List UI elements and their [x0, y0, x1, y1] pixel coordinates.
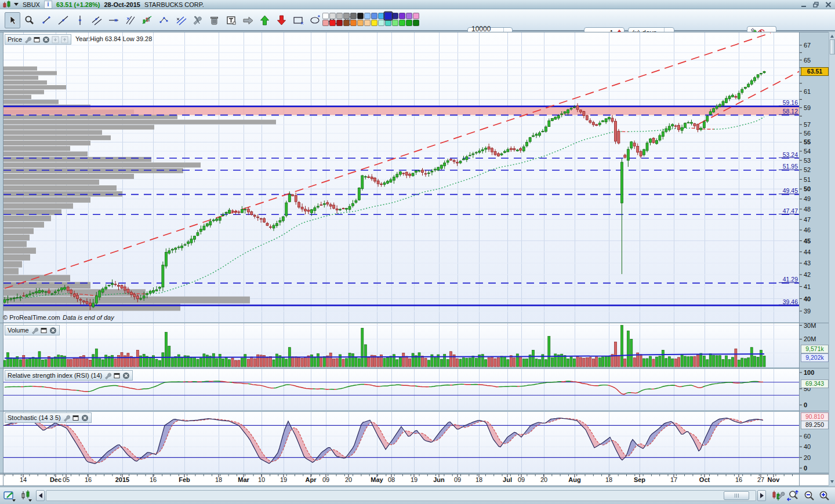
rsi-panel-label: Relative strength index (RSI) (14)	[8, 372, 102, 379]
svg-text:67: 67	[804, 42, 811, 49]
volume-window-icon[interactable]	[40, 327, 48, 334]
svg-text:51.95: 51.95	[783, 163, 798, 170]
price-panel-label: Price	[8, 36, 22, 43]
svg-text:65: 65	[804, 57, 811, 64]
volume-panel-header: Volume	[5, 325, 60, 335]
svg-text:20: 20	[540, 476, 547, 483]
horizontal-scrollbar[interactable]	[46, 490, 756, 501]
svg-text:Feb: Feb	[179, 476, 190, 483]
export-chart-icon[interactable]	[3, 489, 17, 503]
price-settings-wrench-icon[interactable]	[24, 36, 31, 43]
svg-text:41.29: 41.29	[783, 276, 798, 283]
instrument-list-icon[interactable]	[20, 489, 34, 503]
stochastic-close-icon[interactable]	[81, 414, 89, 422]
volume-close-icon[interactable]	[49, 327, 57, 334]
stochastic-settings-wrench-icon[interactable]	[63, 414, 70, 422]
svg-text:18: 18	[475, 476, 482, 483]
svg-text:May: May	[371, 476, 383, 483]
rsi-axis[interactable]: 100500	[799, 369, 814, 408]
svg-text:19: 19	[411, 476, 418, 483]
price-move-down-icon[interactable]	[52, 36, 59, 43]
svg-text:54: 54	[804, 148, 811, 155]
svg-text:51: 51	[804, 176, 811, 183]
stochastic-panel-header: Stochastic (14 3 5)	[5, 412, 92, 423]
volume-average-box: 9,202k	[801, 353, 829, 362]
svg-text:Mar: Mar	[238, 476, 249, 483]
rsi-settings-wrench-icon[interactable]	[104, 372, 111, 379]
svg-text:55: 55	[804, 138, 811, 145]
scroll-right-button[interactable]	[757, 490, 766, 501]
scroll-down-icon[interactable]	[830, 480, 834, 483]
svg-text:09: 09	[454, 476, 461, 483]
svg-text:57: 57	[804, 121, 811, 128]
zoom-out-icon[interactable]	[803, 489, 816, 503]
vertical-scrollbar[interactable]	[829, 32, 835, 485]
svg-text:05: 05	[63, 476, 70, 483]
display-settings-icon[interactable]	[771, 489, 785, 503]
rsi-panel-header: Relative strength index (RSI) (14)	[5, 370, 133, 381]
chart-canvas[interactable]: 59.1658.1253.2451.9549.4547.4741.2939.46…	[0, 0, 835, 504]
svg-text:16: 16	[85, 476, 92, 483]
svg-text:10: 10	[258, 476, 265, 483]
svg-text:40: 40	[804, 443, 811, 450]
price-close-icon[interactable]	[42, 36, 50, 43]
svg-text:56: 56	[804, 130, 811, 137]
svg-text:39.46: 39.46	[783, 298, 798, 305]
svg-text:0: 0	[804, 401, 807, 408]
last-price-axis-box: 63.51	[801, 67, 829, 76]
zoom-in-icon[interactable]	[818, 489, 832, 503]
volume-axis[interactable]: 30M20M	[799, 322, 816, 343]
time-axis[interactable]: 14Dec0516201516Feb18Mar1019Apr0920May081…	[0, 474, 829, 486]
svg-text:59.16: 59.16	[783, 99, 798, 106]
svg-text:Aug: Aug	[568, 476, 580, 483]
stochastic-d-box: 90.810	[801, 412, 829, 421]
svg-text:Nov: Nov	[768, 476, 780, 483]
volume-current-box: 9,571k	[801, 345, 829, 353]
volume-settings-wrench-icon[interactable]	[31, 327, 38, 334]
svg-text:20: 20	[804, 454, 811, 461]
svg-text:40: 40	[804, 295, 811, 302]
data-note-label: Data is end of day	[63, 314, 114, 321]
zoom-fit-icon[interactable]	[786, 489, 800, 503]
svg-text:41: 41	[804, 283, 811, 290]
color-swatch-0-9[interactable]	[384, 12, 393, 20]
svg-text:16: 16	[735, 476, 742, 483]
svg-text:52: 52	[804, 166, 811, 173]
stochastic-window-icon[interactable]	[72, 414, 79, 422]
svg-text:27: 27	[757, 476, 764, 483]
svg-text:60: 60	[804, 433, 811, 440]
svg-text:20M: 20M	[804, 335, 816, 342]
svg-text:Apr: Apr	[306, 476, 317, 483]
svg-text:18: 18	[215, 476, 222, 483]
price-window-icon[interactable]	[33, 36, 41, 43]
price-move-up-icon[interactable]	[61, 36, 68, 43]
svg-text:39: 39	[804, 308, 811, 315]
svg-text:45: 45	[804, 238, 811, 244]
svg-text:09: 09	[518, 476, 525, 483]
svg-text:Jul: Jul	[503, 476, 512, 483]
vertical-scroll-thumb[interactable]	[830, 39, 835, 54]
stochastic-axis[interactable]: 6040200	[799, 433, 811, 472]
svg-text:20: 20	[345, 476, 352, 483]
svg-text:58.12: 58.12	[783, 108, 798, 115]
svg-text:Sep: Sep	[634, 476, 645, 483]
svg-text:0: 0	[804, 465, 807, 472]
scroll-left-button[interactable]	[36, 490, 45, 501]
rsi-value-box: 69.343	[801, 379, 829, 388]
svg-text:47.47: 47.47	[783, 207, 798, 214]
rsi-close-icon[interactable]	[122, 372, 130, 379]
svg-text:19: 19	[280, 476, 287, 483]
svg-text:47: 47	[804, 216, 811, 223]
rsi-window-icon[interactable]	[113, 372, 121, 379]
price-axis[interactable]: 6765615957565554535251504948474645444342…	[799, 42, 811, 315]
svg-text:49.45: 49.45	[783, 187, 798, 194]
svg-text:100: 100	[804, 369, 814, 376]
svg-text:Dec: Dec	[50, 476, 61, 483]
svg-text:50: 50	[804, 185, 811, 192]
scroll-up-icon[interactable]	[830, 35, 834, 38]
svg-text:61: 61	[804, 88, 811, 95]
horizontal-scroll-thumb[interactable]	[724, 491, 749, 500]
stochastic-panel-label: Stochastic (14 3 5)	[8, 414, 61, 421]
svg-text:53.24: 53.24	[783, 151, 798, 158]
svg-text:09: 09	[322, 476, 329, 483]
